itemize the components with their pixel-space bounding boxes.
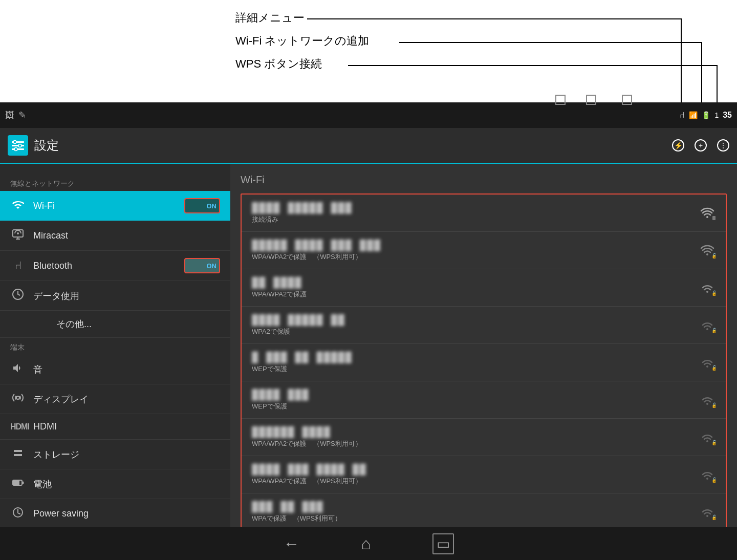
wifi-network-name-3: ▓▓ ▓▓▓▓ [252, 276, 699, 289]
wifi-network-info-9: ▓▓▓ ▓▓ ▓▓▓ WPAで保護 （WPS利用可） [252, 501, 699, 523]
wifi-network-status-4: WPA2で保護 [252, 327, 699, 336]
sidebar-item-other[interactable]: その他... [0, 311, 230, 338]
annotation-line-3v [717, 65, 718, 102]
wifi-signal-7: 🔒 [699, 429, 716, 445]
svg-point-9 [16, 396, 19, 399]
wifi-network-status-9: WPAで保護 （WPS利用可） [252, 514, 699, 523]
battery-icon: 🔋 [702, 111, 710, 119]
annotation-line-3h [348, 65, 717, 66]
wifi-signal-8: 🔒 [699, 466, 716, 483]
wifi-network-info-5: ▓ ▓▓▓ ▓▓ ▓▓▓▓▓ WEPで保護 [252, 351, 699, 374]
bluetooth-toggle[interactable]: ON [184, 258, 220, 273]
marker-3 [622, 95, 632, 105]
wifi-network-item-7[interactable]: ▓▓▓▓▓▓ ▓▓▓▓ WPA/WPA2で保護 （WPS利用可） 🔒 [242, 419, 726, 456]
settings-icon [8, 135, 28, 156]
battery-label: 電池 [33, 478, 220, 490]
main-content: 無線とネットワーク Wi-Fi ON [0, 164, 737, 527]
wifi-network-name-4: ▓▓▓▓ ▓▓▓▓▓ ▓▓ [252, 314, 699, 326]
marker-2 [586, 95, 596, 105]
back-button[interactable]: ← [283, 534, 299, 553]
wifi-signal-3: 🔒 [699, 279, 716, 296]
svg-text:🔒: 🔒 [711, 439, 716, 445]
time-display: 35 [723, 111, 732, 120]
svg-point-29 [706, 440, 708, 442]
marker-1 [555, 95, 566, 105]
wifi-signal-1 [699, 205, 716, 221]
status-bar-right: ⑁ 📶 🔋 1 35 [680, 111, 732, 120]
miracast-icon [10, 228, 26, 243]
hdmi-label: HDMI [33, 421, 220, 432]
annotation-area: 詳細メニュー Wi-Fi ネットワークの追加 WPS ボタン接続 [0, 0, 737, 102]
sidebar-item-hdmi[interactable]: HDMI HDMI [0, 414, 230, 440]
wifi-network-status-5: WEPで保護 [252, 364, 699, 374]
data-usage-label: データ使用 [33, 290, 220, 302]
wifi-network-name-5: ▓ ▓▓▓ ▓▓ ▓▓▓▓▓ [252, 351, 699, 363]
sidebar-item-storage[interactable]: ストレージ [0, 440, 230, 469]
storage-label: ストレージ [33, 448, 220, 461]
annotation-line-2h [399, 42, 701, 43]
wifi-icon [10, 199, 26, 213]
action-btn-1[interactable]: ⚡ [672, 139, 684, 152]
sidebar-item-display[interactable]: ディスプレイ [0, 384, 230, 414]
svg-point-23 [706, 328, 708, 330]
sidebar-item-miracast[interactable]: Miracast [0, 221, 230, 251]
title-bar-actions: ⚡ + ⋮ [672, 139, 729, 152]
sidebar-item-data-usage[interactable]: データ使用 [0, 281, 230, 311]
svg-rect-18 [712, 216, 716, 220]
wifi-signal-2: 🔒 [699, 242, 716, 259]
wifi-network-status-1: 接続済み [252, 215, 699, 224]
wifi-network-item-1[interactable]: ▓▓▓▓ ▓▓▓▓▓ ▓▓▓ 接続済み [242, 195, 726, 232]
svg-point-31 [706, 478, 708, 480]
hdmi-icon: HDMI [10, 422, 26, 432]
svg-point-17 [706, 216, 708, 218]
svg-rect-11 [14, 481, 19, 484]
image-icon: 🖼 [5, 110, 14, 121]
wifi-toggle[interactable]: ON [184, 198, 220, 213]
svg-text:🔒: 🔒 [711, 402, 716, 408]
sidebar-item-bluetooth[interactable]: ⑁ Bluetooth ON [0, 251, 230, 281]
action-btn-3[interactable]: ⋮ [717, 139, 729, 152]
display-label: ディスプレイ [33, 393, 220, 405]
section-label-device: 端末 [0, 338, 230, 355]
wifi-network-name-1: ▓▓▓▓ ▓▓▓▓▓ ▓▓▓ [252, 202, 699, 214]
title-bar: 設定 ⚡ + ⋮ [0, 128, 737, 164]
svg-point-4 [18, 144, 21, 147]
bluetooth-status-icon: ⑁ [680, 111, 685, 120]
wifi-network-item-9[interactable]: ▓▓▓ ▓▓ ▓▓▓ WPAで保護 （WPS利用可） 🔒 [242, 493, 726, 527]
action-btn-2[interactable]: + [695, 139, 707, 152]
wifi-network-name-6: ▓▓▓▓ ▓▓▓ [252, 389, 699, 401]
wifi-network-item-5[interactable]: ▓ ▓▓▓ ▓▓ ▓▓▓▓▓ WEPで保護 🔒 [242, 344, 726, 381]
wifi-network-status-7: WPA/WPA2で保護 （WPS利用可） [252, 439, 699, 448]
bluetooth-label: Bluetooth [33, 261, 184, 271]
sidebar-item-sound[interactable]: 音 [0, 355, 230, 384]
svg-text:🔒: 🔒 [711, 327, 716, 333]
sound-label: 音 [33, 363, 220, 376]
sidebar: 無線とネットワーク Wi-Fi ON [0, 164, 230, 527]
battery-level: 1 [714, 111, 719, 119]
annotation-label-3: WPS ボタン接続 [235, 56, 322, 72]
content-title: Wi-Fi [241, 174, 727, 186]
wifi-network-item-3[interactable]: ▓▓ ▓▓▓▓ WPA/WPA2で保護 🔒 [242, 269, 726, 307]
bottom-nav: ← ⌂ ▭ [0, 527, 737, 560]
display-icon [10, 392, 26, 406]
wifi-network-status-3: WPA/WPA2で保護 [252, 290, 699, 299]
svg-point-5 [14, 148, 17, 151]
sidebar-item-powersaving[interactable]: Power saving [0, 499, 230, 527]
sidebar-item-wifi[interactable]: Wi-Fi ON [0, 191, 230, 221]
wifi-network-info-4: ▓▓▓▓ ▓▓▓▓▓ ▓▓ WPA2で保護 [252, 314, 699, 336]
wifi-network-name-7: ▓▓▓▓▓▓ ▓▓▓▓ [252, 426, 699, 438]
wifi-list: ▓▓▓▓ ▓▓▓▓▓ ▓▓▓ 接続済み ▓▓▓▓▓ ▓▓▓▓ ▓▓▓ [241, 193, 727, 527]
powersaving-label: Power saving [33, 508, 220, 519]
wifi-network-item-8[interactable]: ▓▓▓▓ ▓▓▓ ▓▓▓▓ ▓▓ WPA/WPA2で保護 （WPS利用可） 🔒 [242, 456, 726, 493]
storage-icon [10, 447, 26, 462]
recents-button[interactable]: ▭ [432, 533, 454, 554]
annotation-line-1v [681, 18, 682, 102]
wifi-network-item-2[interactable]: ▓▓▓▓▓ ▓▓▓▓ ▓▓▓ ▓▓▓ WPA/WPA2で保護 （WPS利用可） … [242, 232, 726, 269]
wifi-network-item-6[interactable]: ▓▓▓▓ ▓▓▓ WEPで保護 🔒 [242, 381, 726, 419]
home-button[interactable]: ⌂ [361, 534, 371, 553]
svg-point-19 [706, 253, 708, 255]
wifi-network-name-8: ▓▓▓▓ ▓▓▓ ▓▓▓▓ ▓▓ [252, 463, 699, 476]
wifi-network-item-4[interactable]: ▓▓▓▓ ▓▓▓▓▓ ▓▓ WPA2で保護 🔒 [242, 307, 726, 344]
sidebar-item-battery[interactable]: 電池 [0, 469, 230, 499]
svg-rect-2 [12, 148, 24, 150]
